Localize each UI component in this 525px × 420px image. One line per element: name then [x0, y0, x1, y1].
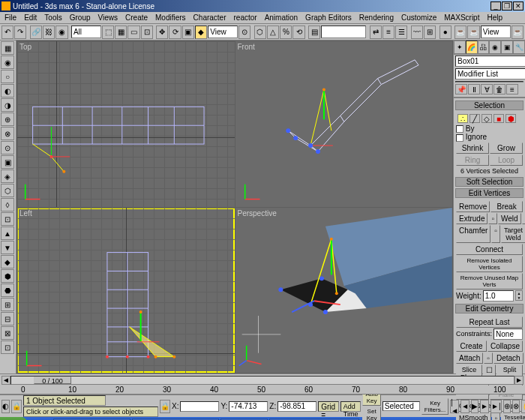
remove-unused-button[interactable]: Remove Unused Map Verts	[456, 273, 523, 290]
grow-button[interactable]: Grow	[490, 142, 523, 154]
snap-button[interactable]: ⬡	[254, 26, 266, 39]
play-next-button[interactable]: ►	[480, 400, 489, 413]
extrude-button[interactable]: Extrude	[456, 213, 488, 224]
render-button[interactable]: ☕	[512, 26, 524, 39]
menu-help[interactable]: Help	[484, 14, 506, 22]
schematic-button[interactable]: ⊞	[424, 26, 436, 39]
tab-create[interactable]: ✦	[454, 40, 466, 54]
detach-button[interactable]: Detach	[494, 352, 524, 364]
pin-stack-button[interactable]: 📌	[455, 84, 467, 94]
show-result-button[interactable]: Ⅱ	[468, 84, 480, 94]
center-button[interactable]: ⊙	[238, 26, 250, 39]
menu-tools[interactable]: Tools	[41, 14, 64, 22]
modifier-stack[interactable]: Editable Poly Vertex Edge Border Polygon…	[455, 81, 524, 82]
unique-button[interactable]: ∀	[481, 84, 493, 94]
start-button[interactable]: 开始	[0, 417, 27, 420]
bind-button[interactable]: ◉	[56, 26, 68, 39]
manipulate-button[interactable]: ◆	[195, 26, 207, 39]
link-button[interactable]: 🔗	[30, 26, 42, 39]
minimize-button[interactable]: _	[490, 2, 501, 10]
rollout-edit-geometry[interactable]: Edit Geometry	[455, 304, 524, 314]
key-filter-dropdown[interactable]	[382, 401, 420, 411]
reactor-tool-16[interactable]: ◆	[1, 255, 14, 268]
reactor-tool-4[interactable]: ◐	[1, 84, 14, 98]
time-slider[interactable]: ◄ 0 / 100 ►	[0, 374, 525, 386]
reactor-tool-13[interactable]: ⊡	[1, 212, 14, 226]
maxscript-listener-button[interactable]: ◐	[2, 400, 10, 413]
reactor-tool-21[interactable]: ⊠	[1, 326, 14, 340]
viewport-left[interactable]: Left	[17, 208, 235, 374]
lock-icon[interactable]: 🔒	[160, 400, 170, 413]
reactor-tool-3[interactable]: ○	[1, 70, 14, 83]
msmooth-settings-button[interactable]: ▫	[492, 412, 501, 420]
play-button[interactable]: ▶	[471, 400, 478, 413]
shrink-button[interactable]: Shrink	[456, 142, 489, 154]
menu-grapheditors[interactable]: Graph Editors	[302, 14, 355, 22]
collapse-button[interactable]: Collapse	[488, 340, 523, 352]
reactor-tool-12[interactable]: ◊	[1, 198, 14, 212]
ref-coord-system[interactable]	[208, 26, 238, 38]
chamfer-button[interactable]: Chamfer	[456, 225, 490, 243]
rollout-edit-vertices[interactable]: Edit Vertices	[455, 188, 524, 198]
reactor-tool-8[interactable]: ⊙	[1, 141, 14, 154]
window-crossing-button[interactable]: ⊡	[141, 26, 153, 39]
by-vertex-checkbox[interactable]	[456, 125, 464, 133]
attach-list-button[interactable]: ▫	[484, 352, 493, 364]
align-button[interactable]: ≡	[382, 26, 394, 39]
break-button[interactable]: Break	[490, 201, 523, 212]
viewport-perspective[interactable]: Perspective	[236, 208, 453, 374]
configure-button[interactable]: ≡	[506, 84, 518, 94]
subobj-vertex-icon[interactable]: ∴	[458, 114, 468, 123]
close-button[interactable]: ✕	[513, 2, 524, 10]
play-end-button[interactable]: ►|	[490, 400, 502, 413]
add-time-tag[interactable]: Add Time Tag	[340, 401, 362, 412]
subobj-border-icon[interactable]: ◇	[482, 114, 492, 123]
reactor-tool-7[interactable]: ⊗	[1, 127, 14, 140]
viewport-nav-2[interactable]: ⊗	[512, 400, 520, 413]
viewport-front[interactable]: Front	[236, 41, 453, 207]
menu-animation[interactable]: Animation	[262, 14, 301, 22]
play-start-button[interactable]: |◄	[450, 400, 459, 413]
selection-filter[interactable]	[71, 26, 101, 38]
reactor-tool-6[interactable]: ⊕	[1, 112, 14, 126]
reactor-tool-22[interactable]: ⊡	[1, 340, 14, 354]
msmooth-button[interactable]: MSmooth	[456, 412, 491, 420]
ignore-backfacing-checkbox[interactable]	[456, 134, 464, 142]
named-selection-set[interactable]	[321, 26, 366, 38]
rotate-button[interactable]: ⟳	[169, 26, 181, 39]
chamfer-settings-button[interactable]: ▫	[491, 225, 500, 243]
menu-rendering[interactable]: Rendering	[356, 14, 397, 22]
menu-customize[interactable]: Customize	[398, 14, 440, 22]
viewport-nav-3[interactable]: ✋	[521, 400, 526, 413]
reactor-tool-11[interactable]: ⬡	[1, 184, 14, 197]
viewport-top[interactable]: Top	[17, 41, 235, 207]
reactor-tool-10[interactable]: ◈	[1, 170, 14, 183]
menu-file[interactable]: File	[2, 14, 20, 22]
reactor-tool-14[interactable]: ▲	[1, 226, 14, 240]
rollout-soft-selection[interactable]: Soft Selection	[455, 177, 524, 187]
attach-button[interactable]: Attach	[456, 352, 483, 364]
subobj-edge-icon[interactable]: ╱	[470, 114, 480, 123]
select-name-button[interactable]: ▦	[115, 26, 127, 39]
menu-group[interactable]: Group	[67, 14, 94, 22]
curve-editor-button[interactable]: 〰	[411, 26, 423, 39]
undo-button[interactable]: ↶	[2, 26, 14, 39]
reactor-tool-17[interactable]: ⬢	[1, 269, 14, 283]
scale-button[interactable]: ▣	[182, 26, 194, 39]
target-weld-button[interactable]: Target Weld	[501, 225, 525, 243]
redo-button[interactable]: ↷	[14, 26, 26, 39]
menu-views[interactable]: Views	[95, 14, 122, 22]
tab-motion[interactable]: ◉	[489, 40, 501, 54]
frame-slider[interactable]: 0 / 100	[34, 376, 71, 384]
coord-z-input[interactable]	[278, 401, 316, 412]
tessellate-button[interactable]: Tessellate	[501, 412, 525, 420]
tab-utilities[interactable]: 🔧	[513, 40, 525, 54]
named-sets-button[interactable]: ▤	[308, 26, 320, 39]
quick-render-button[interactable]: ☕	[467, 26, 479, 39]
reactor-tool-1[interactable]: ▦	[1, 41, 14, 55]
play-prev-button[interactable]: ◄	[460, 400, 470, 413]
select-button[interactable]: ⬚	[102, 26, 114, 39]
reactor-tool-19[interactable]: ⊞	[1, 298, 14, 311]
reactor-tool-15[interactable]: ▼	[1, 241, 14, 254]
menu-create[interactable]: Create	[122, 14, 151, 22]
